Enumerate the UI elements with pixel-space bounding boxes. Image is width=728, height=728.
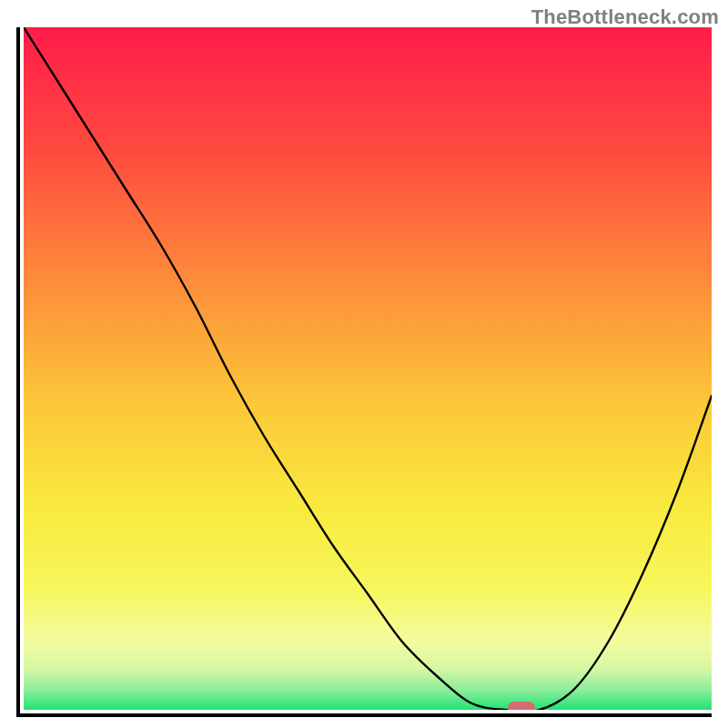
- chart-stage: TheBottleneck.com: [0, 0, 728, 728]
- optimal-marker: [508, 702, 535, 710]
- watermark-text: TheBottleneck.com: [531, 5, 719, 29]
- plot-area: [24, 27, 712, 710]
- bottleneck-curve: [24, 27, 712, 710]
- chart-frame: [16, 27, 712, 717]
